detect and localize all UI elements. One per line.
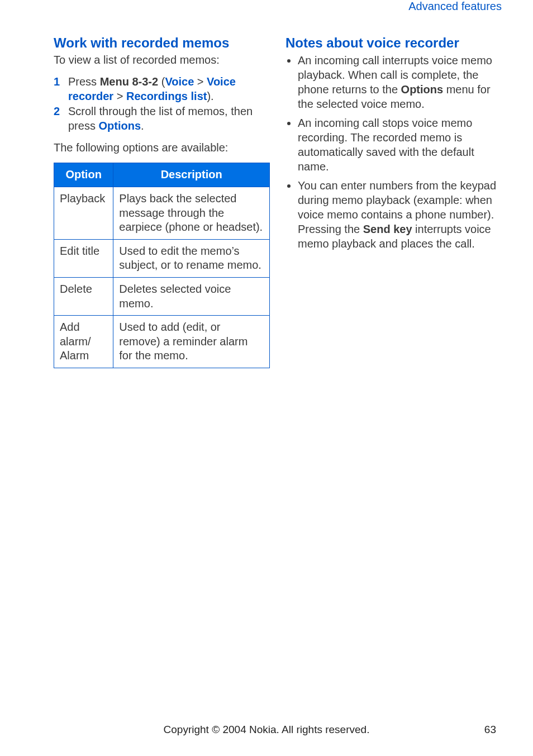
cell-desc: Used to edit the memo’s subject, or to r…: [113, 239, 270, 277]
right-column: Notes about voice recorder An incoming c…: [285, 35, 502, 368]
list-item: You can enter numbers from the keypad du…: [298, 178, 502, 251]
t: Scroll through the list of memos, then p…: [68, 105, 253, 132]
left-column: Work with recorded memos To view a list …: [54, 35, 270, 368]
menu-code: Menu 8-3-2: [100, 75, 158, 88]
options-available: The following options are available:: [54, 141, 270, 155]
steps-list: 1 Press Menu 8-3-2 (Voice > Voice record…: [54, 75, 270, 133]
notes-list: An incoming call interrupts voice memo p…: [285, 53, 502, 251]
table-row: Delete Deletes selected voice memo.: [54, 277, 270, 315]
right-heading: Notes about voice recorder: [285, 35, 502, 51]
table-row: Add alarm/ Alarm Used to add (edit, or r…: [54, 316, 270, 368]
step-text: Press Menu 8-3-2 (Voice > Voice recorder…: [68, 75, 270, 103]
page-footer: Copyright © 2004 Nokia. All rights reser…: [0, 724, 533, 736]
options-table: Option Description Playback Plays back t…: [54, 163, 270, 368]
step-number: 2: [54, 104, 63, 133]
page-number: 63: [484, 724, 496, 736]
chapter-header: Advanced features: [0, 0, 533, 20]
list-item: An incoming call interrupts voice memo p…: [298, 53, 502, 111]
table-row: Playback Plays back the selected message…: [54, 187, 270, 239]
cell-option: Add alarm/ Alarm: [54, 316, 113, 368]
table-header-row: Option Description: [54, 163, 270, 187]
t: >: [113, 90, 126, 102]
page-body: Work with recorded memos To view a list …: [0, 20, 533, 368]
th-option: Option: [54, 163, 113, 187]
bold-term: Options: [401, 83, 444, 96]
cell-desc: Deletes selected voice memo.: [113, 277, 270, 315]
copyright-text: Copyright © 2004 Nokia. All rights reser…: [164, 724, 370, 736]
t: An incoming call stops voice memo record…: [298, 117, 474, 173]
t: .: [141, 120, 144, 132]
t: ).: [207, 90, 213, 102]
step-1: 1 Press Menu 8-3-2 (Voice > Voice record…: [54, 75, 270, 103]
t: >: [194, 75, 207, 88]
step-2: 2 Scroll through the list of memos, then…: [54, 104, 270, 133]
cell-option: Delete: [54, 277, 113, 315]
t: Press: [68, 75, 100, 88]
th-description: Description: [113, 163, 270, 187]
t: (: [158, 75, 165, 88]
path-part: Recordings list: [126, 90, 207, 102]
list-item: An incoming call stops voice memo record…: [298, 116, 502, 174]
cell-option: Playback: [54, 187, 113, 239]
options-keyword: Options: [98, 120, 141, 132]
cell-option: Edit title: [54, 239, 113, 277]
left-intro: To view a list of recorded memos:: [54, 53, 270, 67]
left-heading: Work with recorded memos: [54, 35, 270, 51]
cell-desc: Used to add (edit, or remove) a reminder…: [113, 316, 270, 368]
table-row: Edit title Used to edit the memo’s subje…: [54, 239, 270, 277]
cell-desc: Plays back the selected message through …: [113, 187, 270, 239]
bold-term: Send key: [363, 223, 412, 235]
step-number: 1: [54, 75, 63, 103]
step-text: Scroll through the list of memos, then p…: [68, 104, 270, 133]
path-part: Voice: [165, 75, 194, 88]
